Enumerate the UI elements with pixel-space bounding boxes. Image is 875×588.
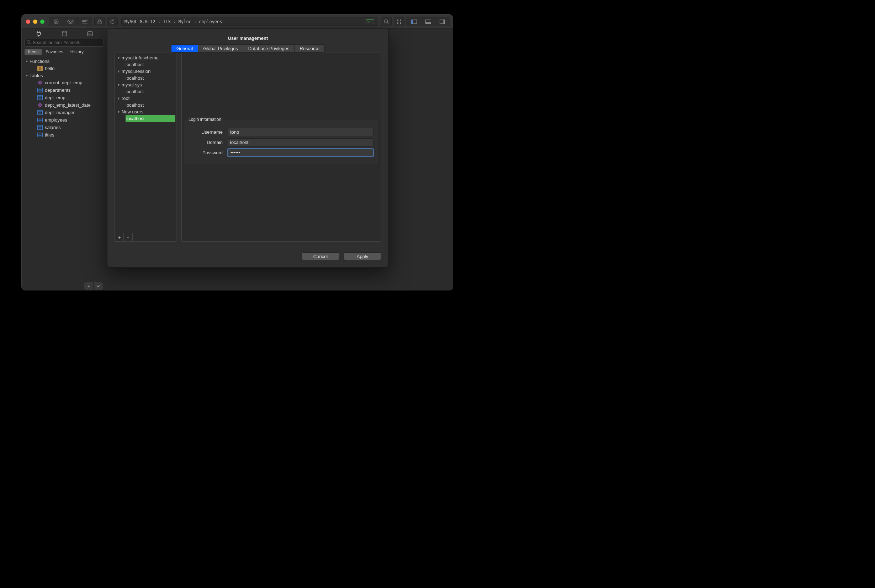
- function-name: hello: [45, 66, 54, 71]
- tab-resource[interactable]: Resource: [295, 45, 325, 52]
- disclosure-triangle-icon: ▼: [25, 74, 29, 78]
- user-host-item[interactable]: localhost: [126, 115, 175, 122]
- search-input[interactable]: [24, 39, 104, 46]
- path-bar[interactable]: MySQL 8.0.12 : TLS : Myloc : employees l…: [121, 17, 377, 26]
- svg-text:SQL: SQL: [88, 33, 92, 35]
- table-item[interactable]: dept_emp_latest_date: [22, 101, 107, 109]
- svg-rect-8: [98, 21, 101, 24]
- remove-user-button[interactable]: −: [124, 233, 133, 242]
- user-host-item[interactable]: localhost: [115, 88, 176, 95]
- add-user-button[interactable]: ＋: [115, 233, 124, 242]
- lock-icon[interactable]: [94, 17, 105, 26]
- table-item[interactable]: departments: [22, 86, 107, 94]
- cancel-button[interactable]: Cancel: [302, 252, 339, 260]
- plug-icon[interactable]: [35, 30, 43, 38]
- login-fieldset: Login information Username Domain: [185, 120, 378, 164]
- menu-lines-icon[interactable]: [78, 17, 92, 26]
- app-window: MySQL 8.0.12 : TLS : Myloc : employees l…: [22, 15, 453, 290]
- table-icon: [38, 95, 43, 100]
- domain-input[interactable]: [228, 138, 373, 147]
- window-body: SQL Items Favorites History ▼ Functions …: [22, 29, 453, 290]
- svg-point-27: [39, 82, 41, 84]
- filter-favorites[interactable]: Favorites: [42, 49, 66, 55]
- eye-icon[interactable]: [63, 17, 78, 26]
- table-name: dept_emp: [45, 95, 65, 100]
- user-name: mysql.sys: [122, 82, 142, 87]
- svg-point-9: [385, 20, 388, 23]
- disclosure-triangle-icon: ▼: [117, 56, 120, 60]
- table-item[interactable]: titles: [22, 131, 107, 139]
- modal-buttons: Cancel Apply: [114, 252, 381, 260]
- user-name: New users: [122, 109, 143, 114]
- grid-icon[interactable]: [394, 17, 404, 26]
- sidebar-tree: ▼ Functions {} hello ▼ Tables current_de…: [22, 56, 107, 282]
- modal-body: ▼mysql.infoschemalocalhost▼mysql.session…: [114, 52, 381, 242]
- tab-database-privileges[interactable]: Database Privileges: [243, 45, 295, 52]
- table-name: titles: [45, 132, 54, 138]
- user-list-group[interactable]: ▼mysql.infoschema: [115, 54, 176, 61]
- add-button[interactable]: ＋: [84, 282, 93, 290]
- sidebar: SQL Items Favorites History ▼ Functions …: [22, 29, 107, 290]
- search-wrap: [22, 39, 107, 48]
- titlebar: MySQL 8.0.12 : TLS : Myloc : employees l…: [22, 15, 453, 29]
- password-input[interactable]: [228, 148, 373, 157]
- svg-rect-13: [397, 22, 398, 24]
- svg-point-24: [27, 40, 30, 44]
- refresh-icon[interactable]: [107, 17, 118, 26]
- user-host-item[interactable]: localhost: [115, 102, 176, 108]
- minimize-window-button[interactable]: [33, 20, 38, 24]
- svg-point-4: [69, 21, 71, 22]
- function-item[interactable]: {} hello: [22, 65, 107, 72]
- apply-button[interactable]: Apply: [344, 252, 381, 260]
- bottom-panel-icon[interactable]: [421, 17, 435, 26]
- table-item[interactable]: dept_manager: [22, 109, 107, 116]
- disclosure-triangle-icon: ▼: [117, 97, 120, 100]
- search-icon: [27, 40, 31, 45]
- zoom-window-button[interactable]: [40, 20, 44, 24]
- user-list-group[interactable]: ▼New users: [115, 108, 176, 115]
- path-text: MySQL 8.0.12 : TLS : Myloc : employees: [125, 19, 222, 24]
- svg-rect-14: [400, 22, 401, 24]
- table-item[interactable]: salaries: [22, 124, 107, 131]
- username-input[interactable]: [228, 128, 373, 136]
- table-item[interactable]: current_dept_emp: [22, 79, 107, 86]
- svg-rect-18: [425, 22, 431, 24]
- close-window-button[interactable]: [26, 20, 30, 24]
- table-name: salaries: [45, 125, 61, 130]
- modal-tabs: General Global Privileges Database Privi…: [171, 45, 325, 52]
- dropdown-button[interactable]: [93, 282, 103, 290]
- tables-label: Tables: [30, 73, 43, 78]
- user-host-item[interactable]: localhost: [115, 75, 176, 81]
- left-panel-icon[interactable]: [407, 17, 421, 26]
- search-toolbar-button[interactable]: [381, 17, 392, 26]
- table-icon: [38, 132, 43, 138]
- user-list-group[interactable]: ▼root: [115, 95, 176, 102]
- database-icon[interactable]: [60, 30, 68, 38]
- table-item[interactable]: dept_emp: [22, 94, 107, 101]
- svg-rect-40: [38, 111, 43, 115]
- filter-items[interactable]: Items: [24, 49, 42, 55]
- svg-rect-20: [444, 20, 445, 24]
- user-list-group[interactable]: ▼mysql.sys: [115, 81, 176, 88]
- tables-header[interactable]: ▼ Tables: [22, 72, 107, 79]
- user-host-item[interactable]: localhost: [115, 61, 176, 68]
- table-name: current_dept_emp: [45, 80, 83, 86]
- svg-line-10: [387, 22, 389, 24]
- user-list-group[interactable]: ▼mysql.session: [115, 68, 176, 75]
- right-panel-icon[interactable]: [435, 17, 450, 26]
- table-icon: [38, 110, 43, 115]
- functions-label: Functions: [30, 58, 50, 64]
- sql-icon[interactable]: SQL: [86, 30, 94, 38]
- user-management-modal: User management General Global Privilege…: [107, 29, 389, 268]
- filter-history[interactable]: History: [67, 49, 87, 55]
- disclosure-triangle-icon: ▼: [117, 83, 120, 87]
- table-icon: [38, 117, 43, 123]
- functions-header[interactable]: ▼ Functions: [22, 58, 107, 65]
- tab-general[interactable]: General: [171, 45, 198, 52]
- table-name: departments: [45, 87, 71, 93]
- cancel-query-button[interactable]: [49, 17, 63, 26]
- disclosure-triangle-icon: ▼: [117, 110, 120, 114]
- sidebar-filter: Items Favorites History: [22, 48, 107, 56]
- tab-global-privileges[interactable]: Global Privileges: [198, 45, 243, 52]
- table-item[interactable]: employees: [22, 116, 107, 124]
